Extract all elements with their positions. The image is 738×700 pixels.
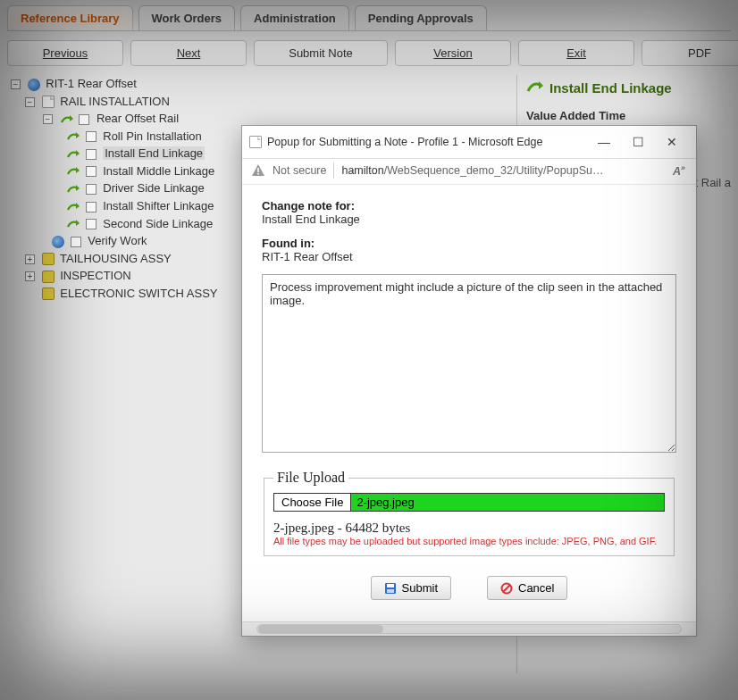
svg-rect-0 (257, 168, 259, 172)
tree-label: Second Side Linkage (103, 217, 213, 230)
top-tabs: Reference Library Work Orders Administra… (0, 0, 738, 30)
tab-work-orders[interactable]: Work Orders (138, 5, 236, 30)
tree-label: Rear Offset Rail (96, 112, 179, 125)
tree-label: RAIL INSTALLATION (60, 95, 170, 108)
tree-label: Roll Pin Installation (103, 129, 202, 143)
choose-file-button[interactable]: Choose File (273, 493, 351, 512)
svg-rect-4 (387, 589, 394, 593)
tree-label: INSPECTION (60, 269, 130, 282)
file-hint: All file types may be uploaded but suppo… (273, 536, 665, 546)
change-note-for-label: Change note for: (262, 199, 676, 212)
tree-label: Driver Side Linkage (103, 181, 204, 195)
tree-label: Install Shifter Linkage (103, 199, 214, 212)
tab-pending-approvals[interactable]: Pending Approvals (355, 5, 487, 30)
horizontal-scrollbar[interactable] (242, 621, 696, 636)
next-button[interactable]: Next (130, 40, 247, 66)
change-note-for-value: Install End Linkage (262, 212, 676, 226)
detail-title: Install End Linkage (549, 80, 672, 96)
chosen-filename: 2-jpeg.jpeg (351, 493, 665, 512)
checkbox[interactable] (86, 219, 96, 229)
arrow-icon (66, 218, 80, 230)
arrow-icon (66, 148, 80, 161)
toolbar: Previous Next Submit Note Version Exit P… (0, 31, 738, 75)
file-info: 2-jpeg.jpeg - 64482 bytes (273, 521, 665, 536)
value-added-time-label: Value Added Time (526, 104, 731, 122)
checkbox[interactable] (86, 202, 96, 212)
found-in-value: RIT-1 Rear Offset (262, 250, 676, 263)
module-icon (42, 288, 55, 300)
cancel-icon (500, 582, 513, 595)
collapse-icon[interactable]: − (11, 79, 21, 89)
arrow-icon (526, 79, 544, 96)
note-textarea[interactable] (262, 274, 676, 453)
checkbox[interactable] (86, 131, 96, 142)
module-icon (42, 253, 55, 265)
arrow-icon (66, 201, 80, 213)
tree-label: Install End Linkage (103, 146, 205, 160)
url-text: hamilton/WebSequence_demo_32/Utility/Pop… (341, 164, 664, 177)
submit-note-button[interactable]: Submit Note (254, 40, 388, 66)
checkbox[interactable] (71, 237, 81, 247)
tree-label: Install Middle Linkage (103, 164, 214, 178)
pdf-button[interactable]: PDF (642, 40, 738, 66)
file-upload-fieldset: File Upload Choose File 2-jpeg.jpeg 2-jp… (264, 470, 675, 556)
found-in-label: Found in: (262, 237, 676, 250)
tree-root[interactable]: − RIT-1 Rear Offset (7, 75, 516, 93)
tree-rail-installation[interactable]: − RAIL INSTALLATION (7, 93, 516, 111)
maximize-button[interactable]: ☐ (621, 131, 655, 153)
tab-administration[interactable]: Administration (240, 5, 349, 30)
globe-icon (28, 79, 40, 91)
warning-icon (251, 163, 265, 178)
globe-icon (52, 236, 64, 248)
version-button[interactable]: Version (395, 40, 511, 66)
file-icon (42, 96, 55, 108)
checkbox[interactable] (86, 149, 96, 160)
submit-button[interactable]: Submit (371, 576, 451, 600)
expand-icon[interactable]: + (25, 271, 35, 281)
collapse-icon[interactable]: − (43, 114, 53, 124)
arrow-icon (66, 183, 80, 196)
cancel-label: Cancel (518, 581, 554, 595)
save-icon (384, 582, 397, 595)
checkbox[interactable] (79, 114, 89, 125)
cancel-button[interactable]: Cancel (487, 576, 567, 600)
tab-reference-library[interactable]: Reference Library (7, 5, 133, 30)
popup-titlebar: Popup for Submitting a Note - Profile 1 … (242, 126, 696, 159)
arrow-icon (66, 130, 80, 143)
tree-label: ELECTRONIC SWITCH ASSY (60, 287, 217, 300)
submit-note-popup: Popup for Submitting a Note - Profile 1 … (241, 125, 697, 637)
arrow-icon (66, 165, 80, 178)
tree-label: TAILHOUSING ASSY (60, 252, 172, 265)
exit-button[interactable]: Exit (518, 40, 634, 66)
file-upload-legend: File Upload (273, 470, 348, 486)
svg-rect-1 (257, 173, 259, 175)
expand-icon[interactable]: + (25, 254, 35, 264)
popup-title: Popup for Submitting a Note - Profile 1 … (267, 136, 587, 148)
svg-rect-3 (387, 584, 394, 588)
close-button[interactable]: ✕ (655, 131, 689, 153)
checkbox[interactable] (86, 166, 96, 177)
not-secure-label: Not secure (273, 164, 326, 177)
module-icon (42, 271, 55, 283)
arrow-icon (60, 113, 74, 126)
minimize-button[interactable]: — (587, 131, 621, 153)
tree-label: Verify Work (88, 234, 147, 247)
read-aloud-icon[interactable]: A» (671, 163, 687, 178)
svg-line-6 (504, 585, 510, 591)
tree-root-label: RIT-1 Rear Offset (46, 77, 137, 90)
checkbox[interactable] (86, 184, 96, 195)
document-icon (249, 136, 262, 148)
collapse-icon[interactable]: − (25, 97, 35, 107)
address-bar: Not secure hamilton/WebSequence_demo_32/… (242, 159, 696, 185)
submit-label: Submit (402, 581, 438, 595)
previous-button[interactable]: Previous (7, 40, 123, 66)
